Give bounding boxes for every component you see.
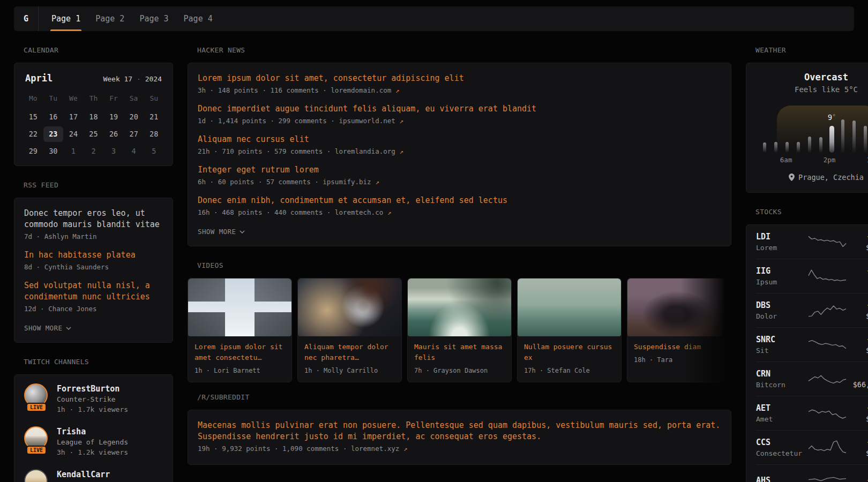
calendar-day[interactable]: 16 — [43, 109, 64, 125]
rss-item-title[interactable]: Donec tempor eros leo, ut commodo mauris… — [24, 208, 163, 230]
tab-page-1[interactable]: Page 1 — [50, 6, 81, 31]
location-pin-icon — [789, 174, 795, 181]
weather-location-label: Prague, Czechia — [798, 173, 864, 182]
twitch-channel-name[interactable]: ForrestBurton — [57, 383, 128, 394]
video-card[interactable]: Suspendisse diam18h · Tara — [627, 278, 731, 382]
video-thumbnail[interactable] — [408, 278, 511, 336]
stock-symbol: DBS — [756, 300, 807, 311]
calendar-day[interactable]: 26 — [103, 126, 124, 142]
twitch-channel-row[interactable]: LIVETrishaLeague of Legends3h · 1.2k vie… — [24, 426, 163, 457]
stock-change: +0.92% — [847, 403, 868, 414]
stock-row[interactable]: AHS+0.46% — [756, 464, 868, 482]
app-logo[interactable]: G — [14, 6, 39, 31]
weather-bar — [852, 120, 856, 153]
video-title[interactable]: Nullam posuere cursus ex — [524, 342, 615, 363]
twitch-channel-info: TrishaLeague of Legends3h · 1.2k viewers — [57, 426, 128, 457]
stock-sparkline — [807, 471, 847, 482]
calendar-day[interactable]: 2 — [84, 144, 104, 159]
stock-row[interactable]: LDILorem+4.35%$795.18 — [756, 225, 868, 259]
weather-feels-like: Feels like 5°C — [759, 85, 868, 94]
calendar-day[interactable]: 1 — [63, 144, 84, 159]
stock-row[interactable]: SNRCSit+1.36%$148.64 — [756, 327, 868, 362]
calendar-day[interactable]: 28 — [144, 126, 164, 142]
stock-row[interactable]: IIGIpsum+2.84%$42.04 — [756, 259, 868, 293]
video-thumbnail[interactable] — [188, 278, 291, 336]
video-title[interactable]: Suspendisse diam — [634, 342, 724, 352]
calendar-day[interactable]: 27 — [124, 126, 144, 142]
video-card[interactable]: Nullam posuere cursus ex17h · Stefan Col… — [517, 278, 622, 382]
twitch-channel-category: League of Legends — [57, 437, 128, 447]
calendar-day[interactable]: 5 — [144, 144, 164, 159]
tab-page-2[interactable]: Page 2 — [94, 6, 125, 31]
twitch-channel-name[interactable]: KendallCarr — [57, 469, 110, 480]
calendar-day[interactable]: 20 — [124, 109, 144, 125]
calendar-day[interactable]: 17 — [63, 109, 84, 125]
weather-bar-slot — [782, 106, 793, 153]
stock-change: +0.46% — [847, 475, 868, 482]
calendar-day[interactable]: 15 — [23, 109, 43, 125]
calendar-day[interactable]: 19 — [103, 109, 124, 125]
dashboard-columns: CALENDAR April Week 17 · 2024 MoTuWeThFr… — [14, 31, 855, 482]
live-badge: LIVE — [26, 446, 47, 455]
twitch-channel-meta: 3h · 1.2k viewers — [57, 447, 128, 457]
calendar-day[interactable]: 24 — [63, 126, 84, 142]
stock-row[interactable]: CRNBitcorn-1.00%$66,171.48 — [756, 362, 868, 396]
video-card[interactable]: Lorem ipsum dolor sit amet consectetu…1h… — [188, 278, 292, 382]
twitch-channel-name[interactable]: Trisha — [57, 426, 128, 437]
rss-item-title[interactable]: Sed volutpat nulla nisl, a condimentum n… — [24, 280, 163, 303]
video-card[interactable]: Aliquam tempor dolor nec pharetra…1h · M… — [297, 278, 402, 382]
twitch-channel-row[interactable]: LIVEForrestBurtonCounter-Strike1h · 1.7k… — [24, 383, 163, 415]
stock-id: SNRCSit — [756, 334, 807, 356]
twitch-channel-list: LIVEForrestBurtonCounter-Strike1h · 1.7k… — [24, 383, 163, 482]
calendar-day[interactable]: 22 — [23, 126, 43, 142]
hn-item-title[interactable]: Integer eget rutrum lorem — [198, 164, 721, 176]
twitch-widget: LIVEForrestBurtonCounter-Strike1h · 1.7k… — [14, 374, 173, 482]
hn-show-more-button[interactable]: SHOW MORE — [198, 228, 245, 236]
tab-page-4[interactable]: Page 4 — [183, 6, 214, 31]
stock-row[interactable]: DBSDolor+1.42%$156.28 — [756, 293, 868, 327]
video-thumbnail[interactable] — [518, 278, 621, 336]
video-title[interactable]: Mauris sit amet massa felis — [414, 342, 505, 363]
twitch-avatar-wrap: LIVE — [24, 383, 49, 413]
stock-values: +0.51%$165.84 — [847, 437, 868, 458]
video-card[interactable]: Mauris sit amet massa felis7h · Grayson … — [407, 278, 512, 382]
calendar-day-selected[interactable]: 23 — [43, 126, 64, 142]
calendar-day[interactable]: 25 — [84, 126, 104, 142]
hn-item-title[interactable]: Donec enim nibh, condimentum et accumsan… — [198, 195, 721, 206]
subreddit-post-list: Maecenas mollis pulvinar erat non posuer… — [198, 420, 721, 453]
video-thumbnail[interactable] — [298, 278, 401, 336]
video-title[interactable]: Aliquam tempor dolor nec pharetra… — [304, 342, 395, 363]
tab-page-3[interactable]: Page 3 — [138, 6, 169, 31]
weather-bar-slot — [837, 106, 849, 153]
video-title[interactable]: Lorem ipsum dolor sit amet consectetu… — [194, 342, 285, 363]
live-badge: LIVE — [26, 403, 47, 412]
hn-item-title[interactable]: Aliquam nec cursus elit — [198, 134, 721, 145]
hn-item-title[interactable]: Lorem ipsum dolor sit amet, consectetur … — [198, 73, 721, 84]
subreddit-post-title[interactable]: Maecenas mollis pulvinar erat non posuer… — [198, 420, 721, 442]
stock-row[interactable]: AETAmet+0.92%$499.72 — [756, 396, 868, 430]
twitch-channel-meta: 1h · 1.7k viewers — [57, 404, 128, 415]
rss-item-title[interactable]: In hac habitasse platea — [24, 250, 163, 261]
calendar-day[interactable]: 18 — [84, 109, 104, 125]
rss-item-meta: 8d · Cynthia Saunders — [24, 263, 163, 271]
calendar-day[interactable]: 29 — [23, 144, 43, 159]
external-link-icon: ↗ — [399, 147, 403, 155]
hacker-news-section-label: HACKER NEWS — [197, 46, 731, 54]
video-thumbnail[interactable] — [627, 278, 731, 336]
video-meta: 1h · Lori Barnett — [194, 367, 285, 374]
calendar-day[interactable]: 3 — [103, 144, 124, 159]
weather-hour-label — [803, 156, 813, 164]
calendar-day[interactable]: 30 — [43, 144, 64, 159]
stock-values: -1.00%$66,171.48 — [847, 368, 868, 390]
calendar-day[interactable]: 21 — [144, 109, 164, 125]
calendar-day[interactable]: 4 — [124, 144, 144, 159]
twitch-channel-row[interactable]: KendallCarr — [24, 469, 163, 482]
stock-row[interactable]: CCSConsectetur+0.51%$165.84 — [756, 430, 868, 464]
hn-item-title[interactable]: Donec imperdiet augue tincidunt felis al… — [198, 103, 721, 115]
video-card-body: Nullam posuere cursus ex17h · Stefan Col… — [518, 336, 621, 382]
rss-show-more-button[interactable]: SHOW MORE — [24, 324, 71, 332]
stock-change: +4.35% — [847, 231, 868, 243]
stocks-section-label: STOCKS — [755, 208, 868, 216]
weather-location[interactable]: Prague, Czechia — [759, 173, 868, 182]
stock-price: $42.04 — [847, 277, 868, 287]
